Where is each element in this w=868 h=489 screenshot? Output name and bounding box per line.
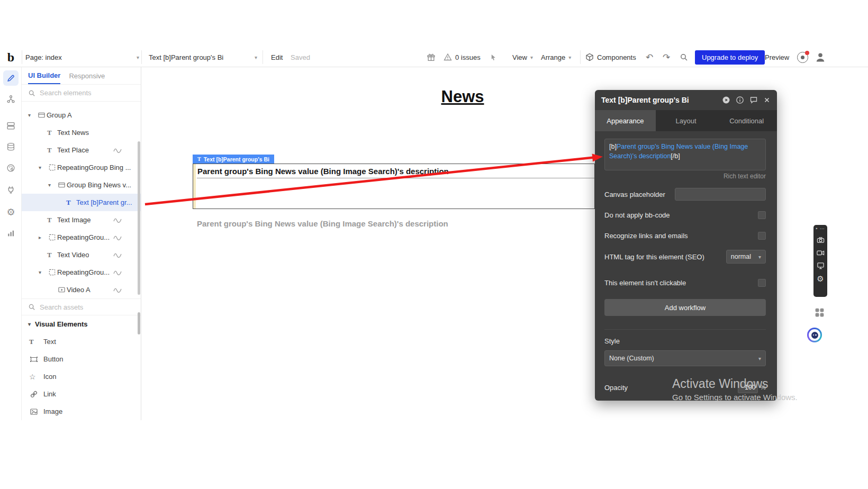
components-label: Components [597, 53, 636, 61]
play-icon[interactable] [722, 96, 730, 104]
tree-item-repeatinggroup-3[interactable]: ▾ RepeatingGrou... [22, 264, 141, 281]
record-video-icon[interactable] [816, 249, 825, 257]
caret-down-icon[interactable]: ▾ [28, 112, 37, 118]
screenshot-camera-icon[interactable] [817, 236, 825, 244]
chevron-down-icon: ▾ [568, 55, 571, 60]
upgrade-to-deploy-button[interactable]: Upgrade to deploy [695, 50, 765, 65]
preview-button[interactable]: Preview [765, 48, 789, 67]
element-selector[interactable]: Text [b]Parent group's Bi ▾ [149, 48, 257, 67]
caret-down-icon[interactable]: ▾ [48, 182, 57, 188]
settings-gear-icon[interactable]: ⚙ [3, 204, 19, 220]
caret-down-icon[interactable]: ▾ [39, 269, 47, 275]
monitor-icon[interactable] [817, 261, 825, 269]
canvas-placeholder-input[interactable] [675, 188, 766, 201]
palette-item-button[interactable]: Button [22, 350, 141, 368]
tree-item-repeatinggroup-bing[interactable]: ▾ RepeatingGroup Bing ... [22, 159, 141, 176]
toolbar-gear-icon[interactable]: ⚙ [817, 274, 824, 284]
visual-elements-header[interactable]: ▾ Visual Elements [22, 315, 141, 333]
element-left-accent [193, 164, 196, 209]
property-editor-tabs: Appearance Layout Conditional [595, 110, 777, 131]
style-select[interactable]: None (Custom) ▾ [604, 350, 766, 366]
bubble-logo[interactable]: b [0, 48, 22, 67]
help-button[interactable] [797, 48, 808, 67]
html-tag-value: normal [731, 253, 751, 260]
bb-code-checkbox[interactable] [758, 211, 766, 219]
view-menu[interactable]: View ▾ [512, 48, 533, 67]
chevron-down-icon: ▾ [758, 356, 761, 361]
components-grid-icon[interactable] [814, 307, 825, 318]
tab-responsive[interactable]: Responsive [69, 67, 105, 84]
caret-down-icon[interactable]: ▾ [39, 165, 47, 170]
sidebar-scrollbar-lower[interactable] [138, 312, 140, 334]
text-icon: T [47, 251, 57, 259]
html-tag-label: HTML tag for this element (SEO) [604, 253, 704, 261]
edit-mode-label[interactable]: Edit [271, 48, 283, 67]
gift-button[interactable] [427, 48, 436, 67]
notification-badge [805, 51, 809, 55]
element-tree-sidebar: UI Builder Responsive ▾ Group A T Text N… [22, 67, 141, 420]
workflow-icon[interactable] [3, 92, 19, 107]
undo-button[interactable]: ↶ [646, 48, 653, 67]
edit-label: Edit [271, 53, 283, 61]
components-button[interactable]: Components [585, 48, 636, 67]
redo-button[interactable]: ↷ [663, 48, 670, 67]
search-assets-input[interactable] [40, 303, 134, 311]
canvas-placeholder-label: Canvas placeholder [604, 191, 665, 198]
selected-text-element[interactable]: Parent group's Bing News value (Bing Ima… [193, 164, 595, 209]
property-editor-header[interactable]: Text [b]Parent group's Bi [595, 90, 777, 110]
palette-item-image[interactable]: Image [22, 403, 141, 420]
links-emails-checkbox[interactable] [758, 232, 766, 240]
search-elements-input[interactable] [40, 89, 134, 97]
tree-item-text-parent-group-selected[interactable]: T Text [b]Parent gr... [22, 194, 141, 211]
button-icon [29, 355, 39, 364]
canvas[interactable]: News T Text [b]Parent group's Bi Parent … [141, 67, 868, 420]
tree-item-text-news[interactable]: T Text News [22, 124, 141, 141]
sidebar-scrollbar[interactable] [138, 141, 140, 295]
more-options-icon[interactable]: • ⋯ [816, 227, 825, 231]
caret-right-icon[interactable]: ▸ [39, 234, 47, 240]
assistant-bubble-icon[interactable] [807, 328, 822, 342]
select-cursor-tool[interactable] [490, 48, 498, 67]
avatar-icon [815, 52, 826, 62]
styles-palette-icon[interactable] [3, 160, 19, 176]
info-icon[interactable] [736, 96, 744, 104]
clickable-row: This element isn't clickable [604, 276, 766, 289]
tree-item-text-video[interactable]: T Text Video [22, 246, 141, 264]
comment-icon[interactable] [749, 96, 758, 104]
arrange-menu[interactable]: Arrange ▾ [541, 48, 571, 67]
page-selector[interactable]: Page: index ▾ [25, 48, 139, 67]
tree-item-text-image[interactable]: T Text Image [22, 211, 141, 229]
issues-indicator[interactable]: 0 issues [444, 48, 481, 67]
logs-chart-icon[interactable] [3, 225, 19, 241]
pages-icon[interactable] [3, 118, 19, 133]
tab-conditional[interactable]: Conditional [716, 110, 777, 131]
tree-item-text-place[interactable]: T Text Place [22, 141, 141, 159]
tab-appearance[interactable]: Appearance [595, 110, 656, 131]
opacity-input[interactable] [738, 382, 758, 393]
tree-item-group-bing-news[interactable]: ▾ Group Bing News v... [22, 176, 141, 194]
text-icon: T [47, 216, 57, 224]
ui-builder-pencil-icon[interactable] [3, 70, 19, 86]
chevron-down-icon: ▾ [137, 55, 139, 60]
plugins-icon[interactable] [3, 182, 19, 197]
gift-icon [427, 53, 436, 62]
palette-item-text[interactable]: T Text [22, 333, 141, 350]
tree-item-group-a[interactable]: ▾ Group A [22, 106, 141, 124]
selected-element-tag[interactable]: T Text [b]Parent group's Bi [193, 155, 274, 164]
html-tag-select[interactable]: normal ▾ [726, 250, 766, 264]
tree-item-repeatinggroup-2[interactable]: ▸ RepeatingGrou... [22, 229, 141, 246]
palette-item-link[interactable]: Link [22, 385, 141, 403]
close-icon[interactable] [763, 96, 771, 104]
arrange-menu-label: Arrange [541, 53, 565, 61]
tab-ui-builder[interactable]: UI Builder [28, 67, 60, 84]
not-clickable-checkbox[interactable] [758, 279, 766, 287]
rich-text-editor-field[interactable]: [b]Parent group's Bing News value (Bing … [604, 139, 766, 170]
tree-item-video-a[interactable]: Video A [22, 281, 141, 298]
add-workflow-button[interactable]: Add workflow [604, 299, 766, 316]
search-button[interactable] [680, 48, 688, 67]
rich-text-editor-hint[interactable]: Rich text editor [604, 173, 766, 180]
tab-layout[interactable]: Layout [656, 110, 717, 131]
database-icon[interactable] [3, 139, 19, 155]
palette-item-icon[interactable]: ☆ Icon [22, 368, 141, 385]
account-avatar[interactable] [815, 48, 826, 67]
